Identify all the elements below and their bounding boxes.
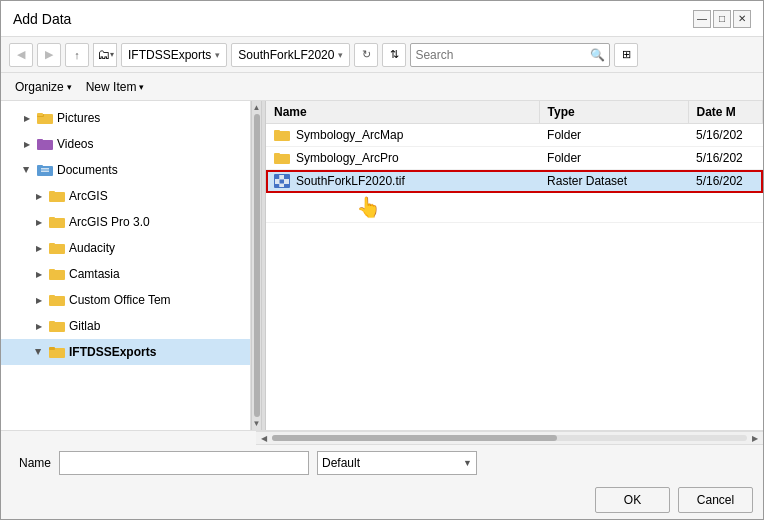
file-date-southfork-tif: 5/16/202 [688,170,762,193]
file-date-symbology-arcpro: 5/16/202 [688,147,762,170]
col-header-type[interactable]: Type [539,101,688,124]
svg-rect-24 [274,130,280,133]
sort-button[interactable]: ⇅ [382,43,406,67]
path-segment-1[interactable]: IFTDSSExports ▾ [121,43,227,67]
organize-button[interactable]: Organize ▾ [9,78,78,96]
sidebar-label-videos: Videos [57,137,93,151]
svg-rect-30 [280,175,285,179]
folder-icon-videos [37,136,53,152]
table-row-selected[interactable]: SouthForkLF2020.tif Raster Dataset 5/16/… [266,170,763,193]
minimize-button[interactable]: — [693,10,711,28]
sidebar-item-videos[interactable]: ▶ Videos [1,131,250,157]
title-bar: Add Data — □ ✕ [1,1,763,37]
svg-rect-14 [49,243,55,246]
format-select[interactable]: Default [317,451,477,475]
file-panel: Name Type Date M Symbology_ArcMap [266,101,763,430]
scroll-right-arrow[interactable]: ▶ [749,434,761,443]
folder-icon-arcgis [49,188,65,204]
sidebar-item-audacity[interactable]: ▶ Audacity [1,235,250,261]
svg-rect-2 [37,113,43,116]
format-select-wrapper: Default [317,451,477,475]
col-header-date[interactable]: Date M [688,101,762,124]
svg-rect-6 [37,165,43,168]
sidebar-label-custom-office: Custom Office Tem [69,293,171,307]
folder-icon-audacity [49,240,65,256]
expand-arrow-camtasia: ▶ [33,268,45,280]
name-label: Name [11,456,51,470]
search-input[interactable] [415,48,586,62]
svg-rect-29 [275,175,280,179]
sidebar: ▶ Pictures ▶ Videos ▶ Documents ▶ ArcGIS [1,101,251,430]
path-segment-2-chevron: ▾ [338,50,343,60]
svg-rect-22 [49,347,55,350]
file-icon-symbology-arcpro [274,151,290,165]
cancel-button[interactable]: Cancel [678,487,753,513]
sidebar-scrollbar[interactable]: ▲ ▼ [251,101,261,430]
file-date-symbology-arcmap: 5/16/202 [688,124,762,147]
add-data-dialog: Add Data — □ ✕ ◀ ▶ ↑ 🗂 ▾ IFTDSSExports ▾… [0,0,764,520]
horizontal-scrollbar[interactable]: ◀ ▶ [256,431,763,445]
folder-chevron-icon: ▾ [110,50,114,59]
sidebar-item-pictures[interactable]: ▶ Pictures [1,105,250,131]
scroll-up-arrow[interactable]: ▲ [253,103,261,112]
sidebar-item-camtasia[interactable]: ▶ Camtasia [1,261,250,287]
svg-rect-8 [41,171,49,173]
maximize-button[interactable]: □ [713,10,731,28]
view-toggle-button[interactable]: ⊞ [614,43,638,67]
sidebar-item-documents[interactable]: ▶ Documents [1,157,250,183]
sidebar-item-gitlab[interactable]: ▶ Gitlab [1,313,250,339]
action-row: OK Cancel [1,481,763,519]
scroll-down-arrow[interactable]: ▼ [253,419,261,428]
search-icon[interactable]: 🔍 [590,48,605,62]
svg-rect-20 [49,321,55,324]
sidebar-label-iftdss: IFTDSSExports [69,345,156,359]
organize-bar: Organize ▾ New Item ▾ [1,73,763,101]
search-box: 🔍 [410,43,610,67]
table-row[interactable]: Symbology_ArcPro Folder 5/16/202 [266,147,763,170]
svg-rect-18 [49,295,55,298]
sidebar-label-pictures: Pictures [57,111,100,125]
path-segment-2[interactable]: SouthForkLF2020 ▾ [231,43,350,67]
refresh-button[interactable]: ↻ [354,43,378,67]
up-button[interactable]: ↑ [65,43,89,67]
path-segment-2-label: SouthForkLF2020 [238,48,334,62]
sidebar-item-arcgis[interactable]: ▶ ArcGIS [1,183,250,209]
scroll-thumb-h[interactable] [272,435,557,441]
table-row[interactable]: Symbology_ArcMap Folder 5/16/202 [266,124,763,147]
scroll-left-arrow[interactable]: ◀ [258,434,270,443]
path-segment-1-label: IFTDSSExports [128,48,211,62]
folder-icon-gitlab [49,318,65,334]
sidebar-label-arcgis: ArcGIS [69,189,108,203]
folder-icon: 🗂 [97,47,110,62]
sidebar-item-iftdss[interactable]: ▶ IFTDSSExports [1,339,250,365]
horizontal-scrollbar-area: ◀ ▶ [256,431,763,445]
back-button[interactable]: ◀ [9,43,33,67]
file-icon-symbology-arcmap [274,128,290,142]
bottom-bar: ◀ ▶ Name Default OK Cancel [1,430,763,519]
sidebar-item-arcgis-pro[interactable]: ▶ ArcGIS Pro 3.0 [1,209,250,235]
sidebar-label-documents: Documents [57,163,118,177]
forward-button[interactable]: ▶ [37,43,61,67]
expand-arrow-documents: ▶ [21,164,33,176]
sidebar-item-custom-office[interactable]: ▶ Custom Office Tem [1,287,250,313]
ok-button[interactable]: OK [595,487,670,513]
col-header-name[interactable]: Name [266,101,539,124]
expand-arrow-custom-office: ▶ [33,294,45,306]
file-type-symbology-arcmap: Folder [539,124,688,147]
path-segment-1-chevron: ▾ [215,50,220,60]
new-item-button[interactable]: New Item ▾ [80,78,151,96]
close-button[interactable]: ✕ [733,10,751,28]
name-row: Name Default [1,445,763,481]
folder-icon-camtasia [49,266,65,282]
expand-arrow-audacity: ▶ [33,242,45,254]
sidebar-label-arcgis-pro: ArcGIS Pro 3.0 [69,215,150,229]
dialog-title: Add Data [13,11,71,27]
new-item-chevron-icon: ▾ [139,82,144,92]
scroll-thumb[interactable] [254,114,260,417]
svg-rect-35 [275,184,280,187]
file-type-southfork-tif: Raster Dataset [539,170,688,193]
folder-icon-documents [37,162,53,178]
folder-icon-button[interactable]: 🗂 ▾ [93,43,117,67]
name-input[interactable] [59,451,309,475]
expand-arrow-arcgis-pro: ▶ [33,216,45,228]
